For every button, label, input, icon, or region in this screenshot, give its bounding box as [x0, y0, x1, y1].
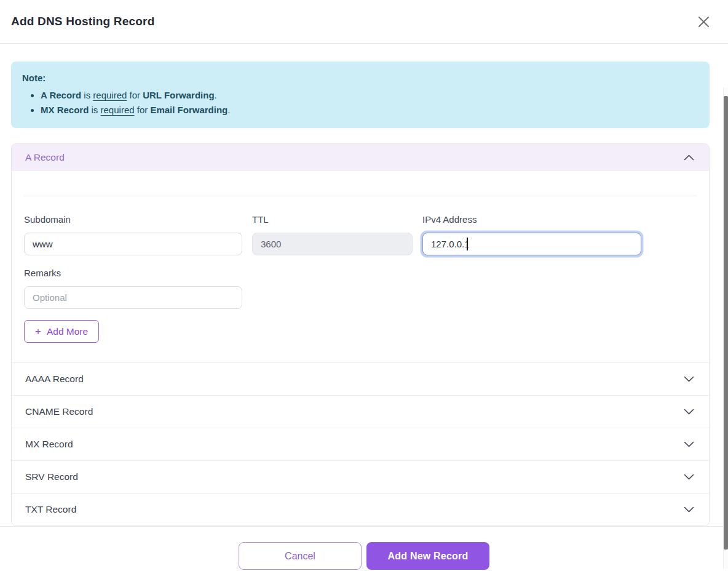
subdomain-input[interactable]	[24, 233, 242, 255]
note-item-a-record: A Record is required for URL Forwarding.	[41, 88, 698, 103]
form-row-2: Remarks	[24, 268, 697, 309]
note-text: is	[89, 105, 100, 115]
chevron-down-icon	[684, 441, 694, 447]
accordion-header-aaaa-record[interactable]: AAAA Record	[12, 362, 709, 395]
accordion-label: AAAA Record	[25, 374, 84, 385]
accordion-label: TXT Record	[25, 504, 76, 515]
form-row-1: Subdomain TTL IPv4 Address	[24, 214, 697, 255]
text-caret	[467, 238, 468, 250]
accordion-label: A Record	[25, 152, 65, 163]
ttl-label: TTL	[252, 214, 413, 225]
chevron-down-icon	[684, 409, 694, 415]
add-dns-record-modal: Add DNS Hosting Record Note: A Record is…	[0, 0, 728, 584]
accordion-label: MX Record	[25, 439, 73, 450]
modal-header: Add DNS Hosting Record	[0, 0, 728, 44]
note-bold: URL Forwarding	[143, 90, 214, 100]
note-text: is	[81, 90, 93, 100]
note-bold: Email Forwarding	[150, 105, 228, 115]
note-item-mx-record: MX Record is required for Email Forwardi…	[41, 103, 698, 118]
note-underline: required	[101, 105, 135, 115]
cancel-button[interactable]: Cancel	[239, 542, 362, 570]
panel-divider	[24, 196, 697, 196]
subdomain-label: Subdomain	[24, 214, 242, 225]
record-accordion: A Record Subdomain TTL	[11, 143, 710, 526]
plus-icon: +	[35, 326, 41, 337]
remarks-input[interactable]	[24, 286, 242, 309]
chevron-down-icon	[684, 474, 694, 480]
modal-body: Note: A Record is required for URL Forwa…	[0, 44, 728, 526]
accordion-label: SRV Record	[25, 471, 78, 482]
note-heading: Note:	[22, 71, 698, 86]
ipv4-input[interactable]	[422, 233, 641, 255]
accordion-header-txt-record[interactable]: TXT Record	[12, 493, 709, 526]
modal-footer: Cancel Add New Record	[0, 526, 728, 584]
remarks-label: Remarks	[24, 268, 242, 278]
ttl-field-group: TTL	[252, 214, 413, 255]
note-text: for	[127, 90, 143, 100]
close-icon	[697, 15, 711, 29]
chevron-down-icon	[684, 376, 694, 382]
note-box: Note: A Record is required for URL Forwa…	[11, 62, 710, 128]
ipv4-field-group: IPv4 Address	[422, 214, 641, 255]
remarks-field-group: Remarks	[24, 268, 242, 309]
note-text: .	[228, 105, 230, 115]
accordion-header-a-record[interactable]: A Record	[12, 144, 709, 171]
note-text: for	[135, 105, 151, 115]
add-more-button[interactable]: + Add More	[24, 320, 99, 343]
note-bold: MX Record	[41, 105, 89, 115]
vertical-scrollbar-track[interactable]	[723, 87, 728, 569]
a-record-panel: Subdomain TTL IPv4 Address	[12, 196, 709, 362]
subdomain-field-group: Subdomain	[24, 214, 242, 255]
accordion-label: CNAME Record	[25, 406, 93, 417]
ipv4-input-wrap	[422, 233, 641, 255]
ipv4-label: IPv4 Address	[422, 214, 641, 225]
note-list: A Record is required for URL Forwarding.…	[22, 88, 698, 118]
note-underline: required	[93, 90, 127, 100]
add-more-label: Add More	[47, 326, 88, 337]
vertical-scrollbar-thumb[interactable]	[724, 96, 728, 550]
chevron-down-icon	[684, 506, 694, 513]
accordion-header-mx-record[interactable]: MX Record	[12, 428, 709, 460]
close-button[interactable]	[694, 12, 713, 31]
accordion-header-srv-record[interactable]: SRV Record	[12, 460, 709, 493]
chevron-up-icon	[684, 154, 694, 161]
modal-title: Add DNS Hosting Record	[11, 15, 154, 28]
note-text: .	[215, 90, 217, 100]
accordion-header-cname-record[interactable]: CNAME Record	[12, 395, 709, 428]
add-new-record-button[interactable]: Add New Record	[366, 542, 489, 570]
note-bold: A Record	[41, 90, 81, 100]
ttl-input	[252, 233, 413, 255]
